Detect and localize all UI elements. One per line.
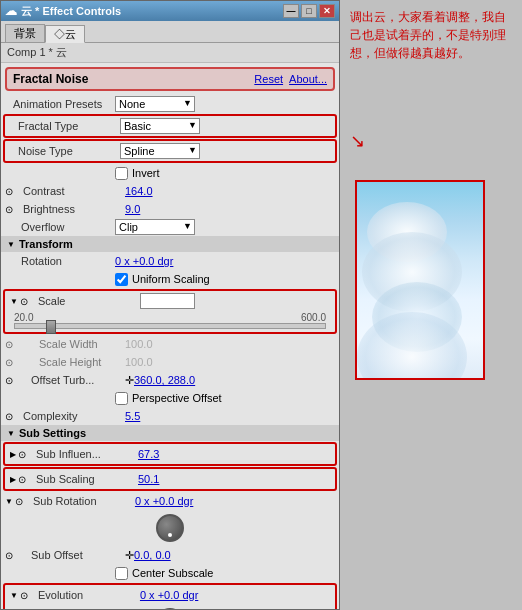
scale-height-row: ⊙ Scale Height 100.0 <box>1 353 339 371</box>
sub-influence-outline: ▶ ⊙ Sub Influen... 67.3 <box>3 442 337 466</box>
fractal-type-outline: Fractal Type Basic ▼ <box>3 114 337 138</box>
sub-rotation-value[interactable]: 0 x +0.0 dgr <box>135 495 193 507</box>
scale-height-stopwatch-icon: ⊙ <box>5 357 13 368</box>
sub-scaling-label: Sub Scaling <box>28 473 138 485</box>
close-button[interactable]: ✕ <box>319 4 335 18</box>
perspective-offset-checkbox[interactable] <box>115 392 128 405</box>
anim-presets-row: Animation Presets None ▼ <box>1 95 339 113</box>
tab-bar: 背景 ◇云 <box>1 21 339 43</box>
scale-triangle-icon: ▼ <box>10 297 18 306</box>
knob-dot-icon <box>168 533 172 537</box>
fx-header-row: Fractal Noise Reset About... <box>13 72 327 86</box>
noise-type-row: Noise Type Spline ▼ <box>6 142 334 160</box>
perspective-offset-checkbox-row: Perspective Offset <box>115 392 222 405</box>
maximize-button[interactable]: □ <box>301 4 317 18</box>
invert-checkbox[interactable] <box>115 167 128 180</box>
noise-type-select[interactable]: Spline ▼ <box>120 143 200 159</box>
scale-width-value: 100.0 <box>125 338 153 350</box>
complexity-value[interactable]: 5.5 <box>125 410 140 422</box>
center-subscale-row: Center Subscale <box>1 564 339 582</box>
scale-width-row: ⊙ Scale Width 100.0 <box>1 335 339 353</box>
sub-offset-stopwatch-icon: ⊙ <box>5 550 13 561</box>
annotation-text: 调出云，大家看着调整，我自己也是试着弄的，不是特别理想，但做得越真越好。 <box>350 8 510 62</box>
about-button[interactable]: About... <box>289 73 327 85</box>
scale-slider-thumb[interactable] <box>46 320 56 334</box>
uniform-scaling-checkbox[interactable] <box>115 273 128 286</box>
title-bar: ☁ 云 * Effect Controls — □ ✕ <box>1 1 339 21</box>
sub-rotation-row: ▼ ⊙ Sub Rotation 0 x +0.0 dgr <box>1 492 339 510</box>
anim-presets-select[interactable]: None ▼ <box>115 96 195 112</box>
preview-box <box>355 180 485 380</box>
title-bar-left: ☁ 云 * Effect Controls <box>5 4 121 19</box>
perspective-offset-label: Perspective Offset <box>132 392 222 404</box>
comp-label: Comp 1 * 云 <box>1 43 339 63</box>
overflow-select[interactable]: Clip ▼ <box>115 219 195 235</box>
scale-stopwatch-icon: ⊙ <box>20 296 28 307</box>
offset-turb-value[interactable]: 360.0, 288.0 <box>134 374 195 386</box>
brightness-label: Brightness <box>15 203 125 215</box>
scale-height-label: Scale Height <box>15 356 125 368</box>
sub-rotation-knob[interactable] <box>156 514 184 542</box>
offset-turb-stopwatch-icon: ⊙ <box>5 375 13 386</box>
fx-header: Fractal Noise Reset About... <box>5 67 335 91</box>
scale-label: Scale <box>30 295 140 307</box>
contrast-value[interactable]: 164.0 <box>125 185 153 197</box>
fractal-type-row: Fractal Type Basic ▼ <box>6 117 334 135</box>
sub-offset-value[interactable]: 0.0, 0.0 <box>134 549 171 561</box>
overflow-row: Overflow Clip ▼ <box>1 218 339 236</box>
sub-offset-cross-icon: ✛ <box>125 549 134 562</box>
scale-outline: ▼ ⊙ Scale 199.0 20.0 600.0 <box>3 289 337 334</box>
rotation-label: Rotation <box>5 255 115 267</box>
scale-slider-track[interactable] <box>14 323 326 329</box>
fractal-type-label: Fractal Type <box>10 120 120 132</box>
sub-scaling-triangle-icon: ▶ <box>10 475 16 484</box>
tab-cloud[interactable]: ◇云 <box>45 25 85 43</box>
sub-scaling-value[interactable]: 50.1 <box>138 473 159 485</box>
reset-button[interactable]: Reset <box>254 73 283 85</box>
tab-background[interactable]: 背景 <box>5 24 45 42</box>
contrast-row: ⊙ Contrast 164.0 <box>1 182 339 200</box>
sub-rotation-label: Sub Rotation <box>25 495 135 507</box>
scale-input[interactable]: 199.0 <box>140 293 195 309</box>
perspective-offset-row: Perspective Offset <box>1 389 339 407</box>
fx-content: Fractal Noise Reset About... Animation P… <box>1 63 339 609</box>
scale-width-stopwatch-icon: ⊙ <box>5 339 13 350</box>
sub-influence-triangle-icon: ▶ <box>10 450 16 459</box>
rotation-row: Rotation 0 x +0.0 dgr <box>1 252 339 270</box>
center-subscale-checkbox[interactable] <box>115 567 128 580</box>
sub-scaling-row: ▶ ⊙ Sub Scaling 50.1 <box>6 470 334 488</box>
fractal-type-select[interactable]: Basic ▼ <box>120 118 200 134</box>
evolution-outline: ▼ ⊙ Evolution 0 x +0.0 dgr <box>3 583 337 609</box>
sub-rotation-knob-container <box>1 510 339 546</box>
fx-title: Fractal Noise <box>13 72 88 86</box>
minimize-button[interactable]: — <box>283 4 299 18</box>
rotation-value[interactable]: 0 x +0.0 dgr <box>115 255 173 267</box>
brightness-value[interactable]: 9.0 <box>125 203 140 215</box>
evolution-value[interactable]: 0 x +0.0 dgr <box>140 589 198 601</box>
invert-row: Invert <box>1 164 339 182</box>
effect-controls-window: ☁ 云 * Effect Controls — □ ✕ 背景 ◇云 Comp 1… <box>0 0 340 610</box>
offset-turb-label: Offset Turb... <box>15 374 125 386</box>
transform-triangle-icon: ▼ <box>7 240 15 249</box>
evolution-knob[interactable] <box>156 608 184 609</box>
window-title: 云 * Effect Controls <box>21 4 121 19</box>
annotation-arrow-icon: ↘ <box>350 130 365 152</box>
transform-section[interactable]: ▼ Transform <box>1 236 339 252</box>
evolution-row: ▼ ⊙ Evolution 0 x +0.0 dgr <box>6 586 334 604</box>
app-icon: ☁ <box>5 4 17 18</box>
invert-checkbox-row: Invert <box>115 167 160 180</box>
evolution-knob-container <box>6 604 334 609</box>
select-arrow-icon: ▼ <box>183 98 192 108</box>
sub-settings-section[interactable]: ▼ Sub Settings <box>1 425 339 441</box>
sub-offset-row: ⊙ Sub Offset ✛ 0.0, 0.0 <box>1 546 339 564</box>
brightness-stopwatch-icon: ⊙ <box>5 204 13 215</box>
contrast-stopwatch-icon: ⊙ <box>5 186 13 197</box>
complexity-label: Complexity <box>15 410 125 422</box>
scale-slider-container: 20.0 600.0 <box>14 312 326 329</box>
sub-influence-value[interactable]: 67.3 <box>138 448 159 460</box>
noise-type-label: Noise Type <box>10 145 120 157</box>
sub-influence-row: ▶ ⊙ Sub Influen... 67.3 <box>6 445 334 463</box>
uniform-scaling-row: Uniform Scaling <box>1 270 339 288</box>
sub-rotation-triangle-icon: ▼ <box>5 497 13 506</box>
sub-settings-triangle-icon: ▼ <box>7 429 15 438</box>
